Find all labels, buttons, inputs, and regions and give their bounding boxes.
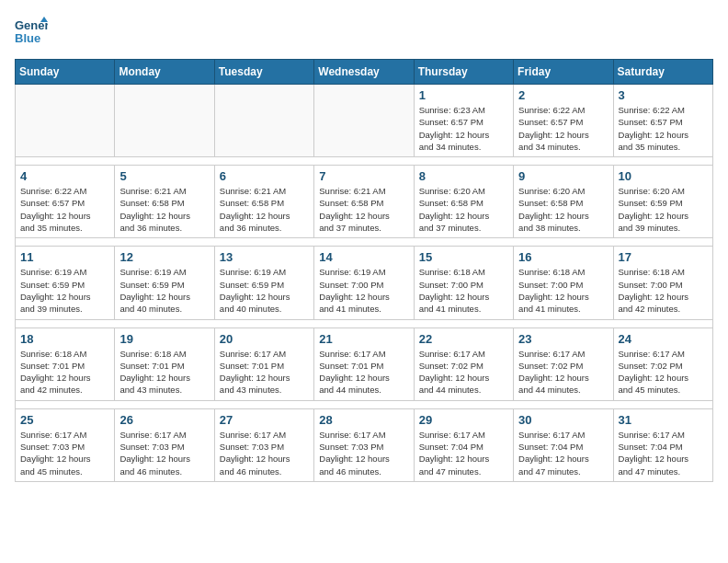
calendar-cell bbox=[214, 85, 313, 157]
calendar-cell: 24Sunrise: 6:17 AM Sunset: 7:02 PM Dayli… bbox=[613, 327, 712, 400]
day-number: 24 bbox=[619, 332, 708, 346]
weekday-header-cell: Tuesday bbox=[214, 60, 313, 85]
calendar-week-row: 18Sunrise: 6:18 AM Sunset: 7:01 PM Dayli… bbox=[16, 327, 713, 400]
day-number: 29 bbox=[419, 413, 508, 427]
calendar-cell: 16Sunrise: 6:18 AM Sunset: 7:00 PM Dayli… bbox=[514, 247, 613, 319]
calendar-cell: 27Sunrise: 6:17 AM Sunset: 7:03 PM Dayli… bbox=[214, 408, 313, 481]
calendar-cell bbox=[16, 85, 115, 157]
day-info: Sunrise: 6:20 AM Sunset: 6:58 PM Dayligh… bbox=[419, 185, 508, 234]
day-number: 9 bbox=[518, 169, 608, 183]
day-number: 3 bbox=[619, 88, 708, 102]
week-spacer-row bbox=[16, 238, 713, 247]
day-number: 5 bbox=[119, 169, 209, 183]
calendar-week-row: 4Sunrise: 6:22 AM Sunset: 6:57 PM Daylig… bbox=[16, 166, 713, 238]
day-info: Sunrise: 6:19 AM Sunset: 7:00 PM Dayligh… bbox=[319, 266, 408, 315]
calendar-cell bbox=[115, 85, 214, 157]
day-info: Sunrise: 6:18 AM Sunset: 7:00 PM Dayligh… bbox=[619, 266, 708, 315]
calendar-cell: 17Sunrise: 6:18 AM Sunset: 7:00 PM Dayli… bbox=[613, 247, 712, 319]
day-info: Sunrise: 6:19 AM Sunset: 6:59 PM Dayligh… bbox=[220, 266, 309, 315]
calendar-body: 1Sunrise: 6:23 AM Sunset: 6:57 PM Daylig… bbox=[16, 85, 713, 482]
calendar-week-row: 11Sunrise: 6:19 AM Sunset: 6:59 PM Dayli… bbox=[16, 247, 713, 319]
logo-icon: General Blue bbox=[15, 15, 48, 48]
calendar-cell: 6Sunrise: 6:21 AM Sunset: 6:58 PM Daylig… bbox=[214, 166, 313, 238]
week-spacer-row bbox=[16, 400, 713, 408]
calendar-cell: 7Sunrise: 6:21 AM Sunset: 6:58 PM Daylig… bbox=[314, 166, 414, 238]
day-info: Sunrise: 6:21 AM Sunset: 6:58 PM Dayligh… bbox=[319, 185, 408, 234]
day-number: 13 bbox=[220, 250, 309, 264]
day-number: 27 bbox=[220, 413, 309, 427]
calendar-cell: 23Sunrise: 6:17 AM Sunset: 7:02 PM Dayli… bbox=[514, 327, 613, 400]
day-info: Sunrise: 6:18 AM Sunset: 7:00 PM Dayligh… bbox=[518, 266, 608, 315]
day-info: Sunrise: 6:23 AM Sunset: 6:57 PM Dayligh… bbox=[419, 104, 508, 153]
day-number: 14 bbox=[319, 250, 408, 264]
svg-text:Blue: Blue bbox=[15, 31, 40, 45]
calendar-cell: 8Sunrise: 6:20 AM Sunset: 6:58 PM Daylig… bbox=[414, 166, 513, 238]
page-header: General Blue bbox=[15, 15, 713, 48]
day-number: 1 bbox=[419, 88, 508, 102]
day-number: 26 bbox=[119, 413, 209, 427]
calendar-cell: 11Sunrise: 6:19 AM Sunset: 6:59 PM Dayli… bbox=[16, 247, 115, 319]
calendar-cell: 4Sunrise: 6:22 AM Sunset: 6:57 PM Daylig… bbox=[16, 166, 115, 238]
day-number: 15 bbox=[419, 250, 508, 264]
calendar-cell: 3Sunrise: 6:22 AM Sunset: 6:57 PM Daylig… bbox=[613, 85, 712, 157]
day-number: 16 bbox=[518, 250, 608, 264]
day-info: Sunrise: 6:18 AM Sunset: 7:00 PM Dayligh… bbox=[419, 266, 508, 315]
calendar-cell: 15Sunrise: 6:18 AM Sunset: 7:00 PM Dayli… bbox=[414, 247, 513, 319]
calendar-table: SundayMondayTuesdayWednesdayThursdayFrid… bbox=[15, 59, 713, 482]
calendar-cell: 14Sunrise: 6:19 AM Sunset: 7:00 PM Dayli… bbox=[314, 247, 414, 319]
day-info: Sunrise: 6:19 AM Sunset: 6:59 PM Dayligh… bbox=[20, 266, 109, 315]
calendar-cell: 22Sunrise: 6:17 AM Sunset: 7:02 PM Dayli… bbox=[414, 327, 513, 400]
day-info: Sunrise: 6:17 AM Sunset: 7:03 PM Dayligh… bbox=[220, 429, 309, 477]
day-number: 23 bbox=[518, 332, 608, 346]
day-info: Sunrise: 6:21 AM Sunset: 6:58 PM Dayligh… bbox=[119, 185, 209, 234]
weekday-header-row: SundayMondayTuesdayWednesdayThursdayFrid… bbox=[16, 60, 713, 85]
day-number: 7 bbox=[319, 169, 408, 183]
day-info: Sunrise: 6:19 AM Sunset: 6:59 PM Dayligh… bbox=[119, 266, 209, 315]
day-number: 18 bbox=[20, 332, 109, 346]
day-info: Sunrise: 6:22 AM Sunset: 6:57 PM Dayligh… bbox=[20, 185, 109, 234]
calendar-cell: 12Sunrise: 6:19 AM Sunset: 6:59 PM Dayli… bbox=[115, 247, 214, 319]
logo: General Blue bbox=[15, 15, 48, 48]
day-number: 21 bbox=[319, 332, 408, 346]
calendar-cell: 19Sunrise: 6:18 AM Sunset: 7:01 PM Dayli… bbox=[115, 327, 214, 400]
day-info: Sunrise: 6:17 AM Sunset: 7:04 PM Dayligh… bbox=[619, 429, 708, 477]
week-spacer-row bbox=[16, 157, 713, 166]
day-number: 8 bbox=[419, 169, 508, 183]
calendar-week-row: 25Sunrise: 6:17 AM Sunset: 7:03 PM Dayli… bbox=[16, 408, 713, 481]
day-number: 22 bbox=[419, 332, 508, 346]
calendar-cell: 2Sunrise: 6:22 AM Sunset: 6:57 PM Daylig… bbox=[514, 85, 613, 157]
calendar-cell: 26Sunrise: 6:17 AM Sunset: 7:03 PM Dayli… bbox=[115, 408, 214, 481]
day-info: Sunrise: 6:22 AM Sunset: 6:57 PM Dayligh… bbox=[619, 104, 708, 153]
day-number: 25 bbox=[20, 413, 109, 427]
day-info: Sunrise: 6:17 AM Sunset: 7:02 PM Dayligh… bbox=[518, 348, 608, 396]
day-info: Sunrise: 6:22 AM Sunset: 6:57 PM Dayligh… bbox=[518, 104, 608, 153]
weekday-header-cell: Friday bbox=[514, 60, 613, 85]
week-spacer-row bbox=[16, 319, 713, 327]
day-info: Sunrise: 6:17 AM Sunset: 7:04 PM Dayligh… bbox=[518, 429, 608, 477]
day-info: Sunrise: 6:18 AM Sunset: 7:01 PM Dayligh… bbox=[20, 348, 109, 396]
day-info: Sunrise: 6:17 AM Sunset: 7:01 PM Dayligh… bbox=[319, 348, 408, 396]
day-number: 19 bbox=[119, 332, 209, 346]
weekday-header-cell: Saturday bbox=[613, 60, 712, 85]
day-number: 20 bbox=[220, 332, 309, 346]
calendar-cell: 28Sunrise: 6:17 AM Sunset: 7:03 PM Dayli… bbox=[314, 408, 414, 481]
calendar-cell: 30Sunrise: 6:17 AM Sunset: 7:04 PM Dayli… bbox=[514, 408, 613, 481]
day-number: 10 bbox=[619, 169, 708, 183]
day-number: 11 bbox=[20, 250, 109, 264]
day-number: 31 bbox=[619, 413, 708, 427]
day-info: Sunrise: 6:17 AM Sunset: 7:03 PM Dayligh… bbox=[20, 429, 109, 477]
weekday-header-cell: Monday bbox=[115, 60, 214, 85]
day-number: 30 bbox=[518, 413, 608, 427]
calendar-week-row: 1Sunrise: 6:23 AM Sunset: 6:57 PM Daylig… bbox=[16, 85, 713, 157]
calendar-cell: 13Sunrise: 6:19 AM Sunset: 6:59 PM Dayli… bbox=[214, 247, 313, 319]
calendar-cell: 18Sunrise: 6:18 AM Sunset: 7:01 PM Dayli… bbox=[16, 327, 115, 400]
day-number: 2 bbox=[518, 88, 608, 102]
day-info: Sunrise: 6:17 AM Sunset: 7:01 PM Dayligh… bbox=[220, 348, 309, 396]
day-info: Sunrise: 6:17 AM Sunset: 7:02 PM Dayligh… bbox=[619, 348, 708, 396]
weekday-header-cell: Wednesday bbox=[314, 60, 414, 85]
day-info: Sunrise: 6:17 AM Sunset: 7:03 PM Dayligh… bbox=[319, 429, 408, 477]
day-number: 6 bbox=[220, 169, 309, 183]
weekday-header-cell: Thursday bbox=[414, 60, 513, 85]
calendar-cell: 9Sunrise: 6:20 AM Sunset: 6:58 PM Daylig… bbox=[514, 166, 613, 238]
day-info: Sunrise: 6:21 AM Sunset: 6:58 PM Dayligh… bbox=[220, 185, 309, 234]
